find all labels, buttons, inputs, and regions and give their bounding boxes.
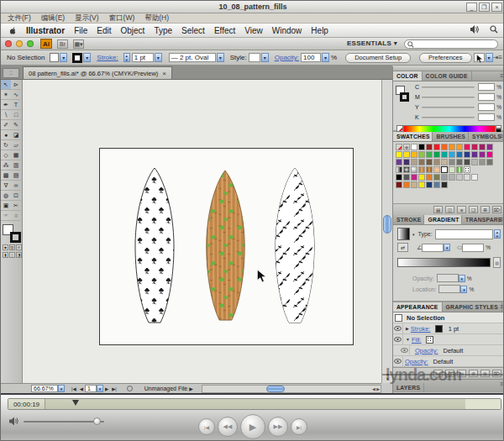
channel-field-m[interactable] — [478, 93, 495, 101]
swatch-1-6[interactable] — [441, 151, 448, 158]
gradient-panel-menu-icon[interactable]: ≡ — [500, 217, 503, 222]
new-fill-button[interactable]: ▢ — [445, 370, 454, 377]
color-mode-button[interactable]: ■ — [3, 244, 8, 250]
gradient-slider[interactable] — [397, 258, 491, 267]
symbol-sprayer-tool[interactable]: ⁂ — [1, 160, 11, 171]
swatch-2-8[interactable] — [456, 159, 463, 165]
stroke-panel-link[interactable]: Stroke: — [97, 54, 118, 61]
swatch-3-2[interactable] — [411, 166, 417, 173]
swatch-1-7[interactable] — [449, 151, 455, 158]
surfboard-flower-pattern[interactable] — [129, 166, 180, 327]
color-fill-stroke-indicator[interactable] — [393, 81, 412, 122]
swatch-3-1[interactable] — [403, 166, 410, 173]
swatch-0-0[interactable] — [396, 144, 402, 150]
restore-button[interactable]: ❐ — [479, 3, 490, 12]
surfboard-bamboo-pattern[interactable] — [200, 166, 250, 327]
workspace-switcher[interactable]: ESSENTIALS ▾ — [347, 39, 397, 47]
swatch-options-button[interactable]: ≡ — [457, 206, 466, 213]
tab-symbols[interactable]: SYMBOLS — [469, 132, 504, 141]
menu-file[interactable]: File — [74, 26, 87, 35]
menu-edit[interactable]: Edit — [97, 26, 111, 35]
artboard-tool[interactable]: ▣ — [1, 201, 11, 211]
object-opacity-link[interactable]: Opacity: — [405, 358, 428, 365]
scroll-down-icon[interactable]: ▼ — [383, 376, 392, 381]
layers-panel-menu-icon[interactable]: ≡ — [500, 381, 503, 386]
swatch-5-1[interactable] — [403, 181, 410, 188]
gradient-type-stepper[interactable]: ▴▾ — [494, 229, 501, 239]
live-paint-selection-tool[interactable]: ⊡ — [11, 191, 21, 201]
swatch-2-2[interactable] — [411, 159, 417, 165]
playhead-marker[interactable] — [72, 400, 79, 406]
rotate-tool[interactable]: ↻ — [1, 140, 11, 150]
layers-tab[interactable]: LAYERS — [393, 383, 424, 392]
swatch-1-1[interactable] — [403, 151, 410, 158]
free-transform-tool[interactable]: ▦ — [11, 150, 21, 160]
channel-slider-m[interactable] — [422, 97, 475, 98]
type-tool[interactable]: T — [11, 100, 21, 110]
opacity-field[interactable]: 100 — [301, 53, 321, 62]
swatch-3-0[interactable] — [396, 166, 402, 173]
style-select[interactable] — [249, 53, 260, 62]
channel-slider-y[interactable] — [422, 107, 475, 108]
spotlight-search-icon[interactable] — [490, 25, 498, 34]
swatch-0-4[interactable] — [426, 144, 433, 150]
eyedropper-tool[interactable]: ∇ — [1, 181, 11, 191]
vertical-scrollbar[interactable]: ▲ ▼ — [381, 80, 392, 383]
swatch-0-11[interactable] — [479, 144, 486, 150]
gradient-thumbnail[interactable] — [397, 228, 410, 240]
swatch-4-3[interactable] — [418, 174, 425, 181]
next-artboard-button[interactable]: ▶ — [105, 386, 108, 391]
width-profile-dropdown[interactable]: ▾ — [217, 53, 224, 62]
gradient-annotator-toggle[interactable]: ▥ — [493, 257, 501, 268]
scale-tool[interactable]: ▱ — [11, 140, 21, 150]
artboard-number-field[interactable]: 1 — [85, 385, 97, 392]
zoom-level-field[interactable]: 66.67% — [31, 385, 58, 392]
speaker-icon[interactable] — [9, 417, 19, 426]
gradient-thumb-arrow[interactable]: ▾ — [412, 232, 415, 237]
clear-appearance-button[interactable]: ⊘ — [469, 370, 478, 377]
stroke-dropdown-arrow[interactable]: ▾ — [83, 53, 91, 62]
swatch-4-6[interactable] — [441, 174, 448, 181]
swatch-libraries-menu-button[interactable]: ▤ — [433, 206, 443, 213]
cn-menu-item-3[interactable]: 窗口(W) — [109, 13, 135, 24]
appearance-stroke-link[interactable]: Stroke: — [411, 325, 431, 333]
channel-field-k[interactable] — [478, 113, 495, 121]
first-artboard-button[interactable]: |◀ — [71, 386, 76, 391]
menu-type[interactable]: Type — [154, 26, 172, 35]
stroke-color-swatch[interactable] — [72, 53, 82, 63]
blend-tool[interactable]: ∞ — [11, 181, 21, 191]
channel-slider-k[interactable] — [422, 117, 475, 118]
swatch-1-2[interactable] — [411, 151, 417, 158]
swatch-0-8[interactable] — [456, 144, 463, 150]
stroke-visibility-eye-icon[interactable] — [393, 323, 403, 334]
swatch-2-3[interactable] — [418, 159, 425, 165]
preferences-button[interactable]: Preferences — [419, 53, 471, 63]
swatch-4-4[interactable] — [426, 174, 433, 181]
swatch-0-7[interactable] — [449, 144, 455, 150]
swatch-5-5[interactable] — [433, 181, 440, 188]
fill-color-swatch[interactable] — [50, 53, 59, 62]
stroke-weight-field[interactable]: 1 pt — [132, 53, 154, 62]
zoom-dropdown[interactable]: ▾ — [58, 385, 65, 392]
swatch-0-3[interactable] — [418, 144, 425, 150]
swatch-5-4[interactable] — [426, 181, 433, 188]
document-tab[interactable]: 08 pattern_fills.ai* @ 66.67% (CMYK/Prev… — [23, 66, 172, 79]
stroke-weight-stepper[interactable]: ▴▾ — [123, 53, 130, 62]
tab-appearance[interactable]: APPEARANCE — [393, 302, 443, 312]
swatch-2-9[interactable] — [464, 159, 470, 165]
hand-tool[interactable]: ☞ — [1, 211, 11, 221]
swatch-3-7[interactable] — [449, 166, 455, 173]
file-status[interactable]: Unmanaged File — [144, 386, 187, 391]
status-menu-arrow[interactable]: ▶ — [189, 386, 193, 391]
swatch-4-8[interactable] — [456, 174, 463, 181]
swatch-3-8[interactable] — [456, 166, 463, 173]
swatch-1-3[interactable] — [418, 151, 425, 158]
swatch-3-6[interactable] — [441, 166, 448, 173]
swatch-0-6[interactable] — [441, 144, 448, 150]
seek-track[interactable] — [45, 399, 501, 409]
stroke-weight-dropdown[interactable]: ▾ — [155, 53, 162, 62]
cn-menu-item-1[interactable]: 编辑(E) — [41, 13, 65, 24]
swatch-2-11[interactable] — [479, 159, 486, 165]
swatch-0-2[interactable] — [411, 144, 417, 150]
swatch-4-10[interactable] — [471, 174, 478, 181]
